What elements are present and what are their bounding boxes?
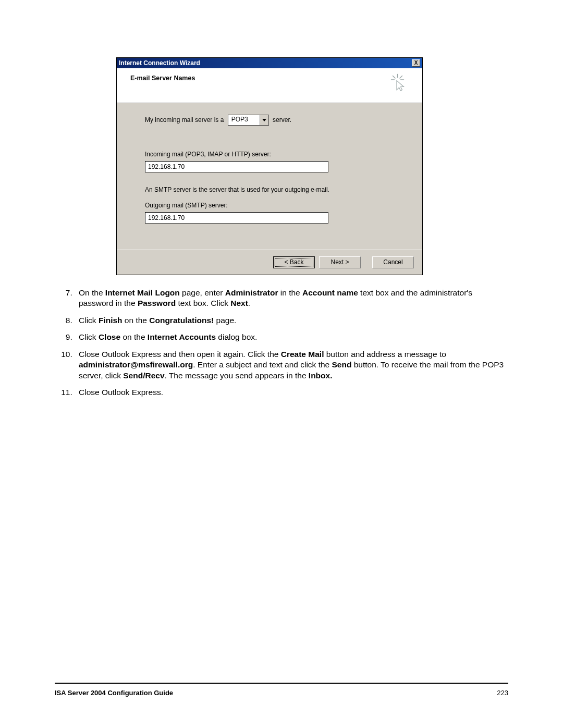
page-number: 223 — [497, 689, 508, 697]
window-title: Internet Connection Wizard — [119, 59, 200, 67]
server-type-row: My incoming mail server is a POP3 server… — [145, 115, 407, 126]
button-bar: < Back Next > Cancel — [117, 250, 422, 275]
list-item: Close Outlook Express and then open it a… — [75, 349, 508, 381]
page-footer: ISA Server 2004 Configuration Guide 223 — [55, 683, 508, 697]
svg-line-5 — [400, 76, 402, 79]
instruction-list: On the Internet Mail Logon page, enter A… — [55, 288, 508, 398]
document-page: Internet Connection Wizard X E-mail Serv… — [0, 0, 563, 728]
footer-title: ISA Server 2004 Configuration Guide — [55, 689, 173, 697]
list-item: Click Finish on the Congratulations! pag… — [75, 315, 508, 326]
label-prefix: My incoming mail server is a — [145, 116, 224, 124]
cancel-button[interactable]: Cancel — [372, 256, 414, 268]
server-type-value: POP3 — [228, 115, 260, 125]
wizard-dialog: Internet Connection Wizard X E-mail Serv… — [116, 57, 423, 275]
smtp-description: An SMTP server is the server that is use… — [145, 186, 407, 193]
wizard-body: My incoming mail server is a POP3 server… — [117, 103, 422, 250]
titlebar: Internet Connection Wizard X — [117, 58, 422, 68]
list-item: On the Internet Mail Logon page, enter A… — [75, 288, 508, 309]
svg-line-4 — [393, 76, 396, 79]
page-heading: E-mail Server Names — [130, 73, 195, 82]
click-cursor-icon — [389, 73, 408, 92]
incoming-server-input[interactable] — [145, 161, 328, 172]
list-item: Click Close on the Internet Accounts dia… — [75, 332, 508, 342]
incoming-label: Incoming mail (POP3, IMAP or HTTP) serve… — [145, 151, 407, 158]
back-button[interactable]: < Back — [273, 256, 315, 268]
outgoing-server-input[interactable] — [145, 212, 328, 224]
chevron-down-icon — [260, 115, 268, 125]
list-item: Close Outlook Express. — [75, 387, 508, 398]
server-type-select[interactable]: POP3 — [228, 115, 269, 126]
label-suffix: server. — [273, 116, 291, 124]
next-button[interactable]: Next > — [319, 256, 361, 268]
close-icon[interactable]: X — [412, 59, 420, 67]
wizard-header: E-mail Server Names — [117, 68, 422, 103]
outgoing-label: Outgoing mail (SMTP) server: — [145, 202, 407, 209]
